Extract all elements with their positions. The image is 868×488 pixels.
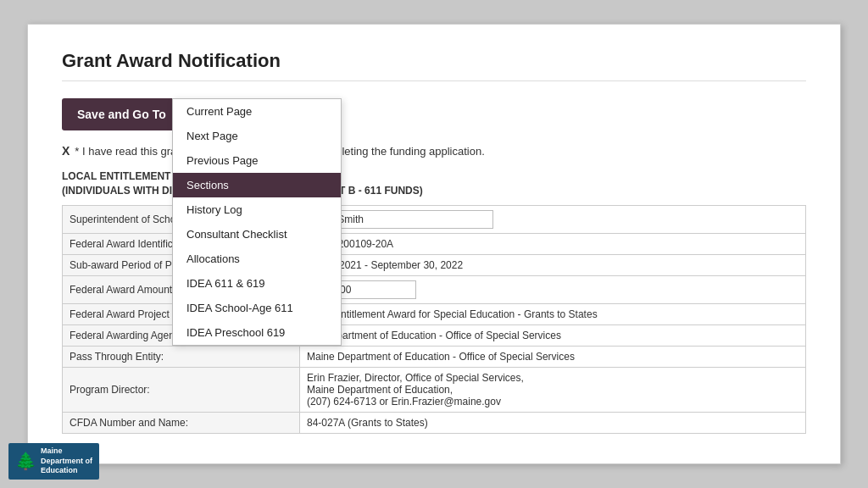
form-value-7: Erin Frazier, Director, Office of Specia… <box>300 367 806 412</box>
footer-logo: 🌲 Maine Department of Education <box>8 443 99 480</box>
form-label-6: Pass Through Entity: <box>63 346 300 367</box>
dropdown-item-idea-preschool-619[interactable]: IDEA Preschool 619 <box>173 320 341 345</box>
read-checkbox[interactable]: X <box>62 144 70 158</box>
dropdown-item-sections[interactable]: Sections <box>173 173 341 197</box>
outer-frame: Grant Award Notification Save and Go To … <box>0 0 868 488</box>
dropdown-item-current-page[interactable]: Current Page <box>173 99 341 124</box>
page-title: Grant Award Notification <box>62 50 806 81</box>
footer-logo-text: Maine Department of Education <box>41 446 92 476</box>
form-value-2: July 1, 2021 - September 30, 2022 <box>300 254 806 275</box>
form-value-3: $ <box>300 275 806 303</box>
form-value-4: Local Entitlement Award for Special Educ… <box>300 303 806 324</box>
dropdown-menu: Current PageNext PagePrevious PageSectio… <box>172 98 342 346</box>
form-value-5: US Department of Education - Office of S… <box>300 324 806 346</box>
form-row-7: Program Director:Erin Frazier, Director,… <box>63 367 806 412</box>
form-label-8: CFDA Number and Name: <box>63 412 300 433</box>
form-value-0 <box>300 205 806 233</box>
save-go-to-button[interactable]: Save and Go To <box>62 98 181 130</box>
page-container: Grant Award Notification Save and Go To … <box>27 24 841 464</box>
dropdown-item-next-page[interactable]: Next Page <box>173 124 341 148</box>
dropdown-item-allocations[interactable]: Allocations <box>173 247 341 271</box>
form-value-1: H027A200109-20A <box>300 233 806 254</box>
dropdown-item-history-log[interactable]: History Log <box>173 197 341 222</box>
form-row-8: CFDA Number and Name:84-027A (Grants to … <box>63 412 806 433</box>
dropdown-item-consultant-checklist[interactable]: Consultant Checklist <box>173 222 341 247</box>
dropdown-item-idea-school-age-611[interactable]: IDEA School-Age 611 <box>173 296 341 320</box>
toolbar-row: Save and Go To Current PageNext PagePrev… <box>62 98 806 130</box>
form-label-7: Program Director: <box>63 367 300 412</box>
form-value-8: 84-027A (Grants to States) <box>300 412 806 433</box>
pine-icon: 🌲 <box>15 451 36 471</box>
form-value-6: Maine Department of Education - Office o… <box>300 346 806 367</box>
dropdown-item-previous-page[interactable]: Previous Page <box>173 148 341 173</box>
dropdown-item-idea-611-&-619[interactable]: IDEA 611 & 619 <box>173 271 341 296</box>
form-row-6: Pass Through Entity:Maine Department of … <box>63 346 806 367</box>
